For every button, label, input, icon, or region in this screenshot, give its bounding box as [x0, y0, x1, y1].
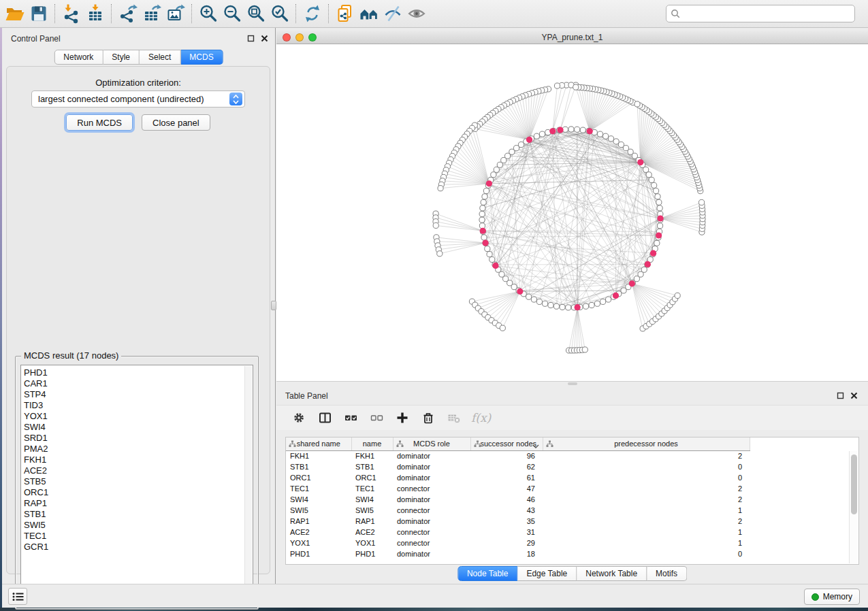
list-item[interactable]: SRD1 — [24, 433, 242, 444]
table-row[interactable]: TEC1TEC1connector472 — [286, 483, 760, 494]
zoom-out-button[interactable] — [220, 2, 244, 25]
hide-selected-button[interactable] — [381, 2, 404, 25]
delete-table-button[interactable] — [445, 409, 463, 427]
table-cell[interactable]: ORC1 — [351, 472, 393, 483]
delete-column-button[interactable] — [419, 409, 437, 427]
network-window-titlebar[interactable]: YPA_prune.txt_1 — [276, 31, 868, 44]
tab-network[interactable]: Network — [54, 50, 103, 65]
table-cell[interactable]: 2 — [543, 450, 750, 461]
table-cell[interactable]: 31 — [470, 527, 543, 538]
table-cell[interactable]: FKH1 — [286, 450, 351, 461]
table-row[interactable]: YOX1YOX1connector291 — [286, 538, 760, 548]
list-item[interactable]: TEC1 — [24, 531, 242, 542]
run-mcds-button[interactable]: Run MCDS — [66, 114, 133, 131]
mcds-result-scrollbar[interactable] — [244, 366, 252, 603]
table-cell[interactable]: 0 — [543, 548, 750, 559]
column-header-predecessor-nodes[interactable]: predecessor nodes — [543, 437, 750, 450]
share-network-file-button[interactable] — [333, 2, 357, 25]
list-item[interactable]: GCR1 — [24, 542, 242, 552]
table-cell[interactable]: dominator — [393, 472, 470, 483]
table-cell[interactable]: SWI4 — [351, 494, 393, 505]
table-cell[interactable]: dominator — [393, 548, 470, 559]
table-cell[interactable]: dominator — [393, 494, 470, 505]
list-item[interactable]: ORC1 — [24, 487, 242, 498]
table-cell[interactable]: 18 — [470, 548, 543, 559]
memory-button[interactable]: Memory — [804, 589, 860, 605]
table-cell[interactable]: RAP1 — [351, 516, 393, 527]
table-cell[interactable]: SWI4 — [286, 494, 351, 505]
import-network-button[interactable] — [59, 2, 83, 25]
list-item[interactable]: CAR1 — [24, 378, 242, 389]
column-header-mcds-role[interactable]: MCDS role — [393, 437, 470, 450]
table-row[interactable]: STB1STB1dominator620 — [286, 461, 760, 472]
table-cell[interactable]: SWI5 — [286, 505, 351, 516]
table-cell[interactable]: 1 — [543, 505, 750, 516]
list-item[interactable]: STP4 — [24, 389, 242, 400]
table-cell[interactable]: YOX1 — [286, 538, 351, 548]
table-cell[interactable]: 0 — [543, 472, 750, 483]
zoom-selected-button[interactable] — [268, 2, 291, 25]
table-scrollbar[interactable] — [849, 451, 858, 563]
float-panel-button[interactable] — [246, 34, 255, 43]
table-cell[interactable]: YOX1 — [351, 538, 393, 548]
table-cell[interactable]: connector — [393, 527, 470, 538]
float-table-panel-button[interactable] — [836, 391, 845, 400]
list-item[interactable]: PHD1 — [24, 367, 242, 378]
search-field[interactable] — [666, 5, 855, 22]
mcds-result-listbox[interactable]: PHD1CAR1STP4TID3YOX1SWI4SRD1PMA2FKH1ACE2… — [20, 365, 253, 604]
column-header-shared-name[interactable]: shared name — [286, 437, 351, 450]
table-cell[interactable]: connector — [393, 483, 470, 494]
column-header-successor-nodes[interactable]: successor nodes — [470, 437, 543, 450]
tab-node-table[interactable]: Node Table — [457, 566, 518, 581]
tab-select[interactable]: Select — [140, 50, 180, 65]
list-item[interactable]: SWI5 — [24, 520, 242, 531]
import-table-button[interactable] — [83, 2, 107, 25]
open-session-button[interactable] — [3, 2, 27, 25]
table-cell[interactable]: TEC1 — [286, 483, 351, 494]
table-row[interactable]: SWI5SWI5connector431 — [286, 505, 760, 516]
deselect-all-columns-button[interactable] — [368, 409, 385, 427]
list-item[interactable]: PMA2 — [24, 444, 242, 455]
table-cell[interactable]: dominator — [393, 450, 470, 461]
table-cell[interactable]: 2 — [543, 516, 750, 527]
table-cell[interactable]: 2 — [543, 494, 750, 505]
export-network-button[interactable] — [116, 2, 140, 25]
column-layout-button[interactable] — [316, 409, 334, 427]
list-item[interactable]: TID3 — [24, 400, 242, 411]
table-cell[interactable]: ORC1 — [286, 472, 351, 483]
refresh-button[interactable] — [300, 2, 324, 25]
table-cell[interactable]: TEC1 — [351, 483, 393, 494]
table-cell[interactable]: 61 — [470, 472, 543, 483]
first-neighbors-button[interactable] — [357, 2, 381, 25]
panel-list-toggle-button[interactable] — [8, 588, 27, 605]
table-cell[interactable]: PHD1 — [286, 548, 351, 559]
table-row[interactable]: FKH1FKH1dominator962 — [286, 450, 760, 461]
close-panel-button[interactable] — [260, 34, 269, 43]
table-cell[interactable]: STB1 — [286, 461, 351, 472]
table-row[interactable]: ORC1ORC1dominator610 — [286, 472, 760, 483]
table-cell[interactable]: 1 — [543, 538, 750, 548]
table-cell[interactable]: connector — [393, 505, 470, 516]
table-row[interactable]: RAP1RAP1dominator352 — [286, 516, 760, 527]
table-cell[interactable]: dominator — [393, 516, 470, 527]
table-cell[interactable]: 0 — [543, 461, 750, 472]
tab-edge-table[interactable]: Edge Table — [517, 566, 577, 581]
tab-motifs[interactable]: Motifs — [647, 566, 687, 581]
export-table-button[interactable] — [140, 2, 163, 25]
list-item[interactable]: STB1 — [24, 509, 242, 520]
table-cell[interactable]: 46 — [470, 494, 543, 505]
search-input[interactable] — [680, 7, 850, 20]
close-table-panel-button[interactable] — [850, 391, 858, 400]
table-cell[interactable]: SWI5 — [351, 505, 393, 516]
zoom-fit-button[interactable] — [244, 2, 268, 25]
table-cell[interactable]: 62 — [470, 461, 543, 472]
list-item[interactable]: YOX1 — [24, 411, 242, 422]
list-item[interactable]: RAP1 — [24, 498, 242, 509]
tab-style[interactable]: Style — [103, 50, 140, 65]
table-cell[interactable]: 96 — [470, 450, 543, 461]
table-cell[interactable]: dominator — [393, 461, 470, 472]
list-item[interactable]: ACE2 — [24, 465, 242, 476]
zoom-in-button[interactable] — [196, 2, 220, 25]
table-cell[interactable]: PHD1 — [351, 548, 393, 559]
save-session-button[interactable] — [27, 2, 50, 25]
